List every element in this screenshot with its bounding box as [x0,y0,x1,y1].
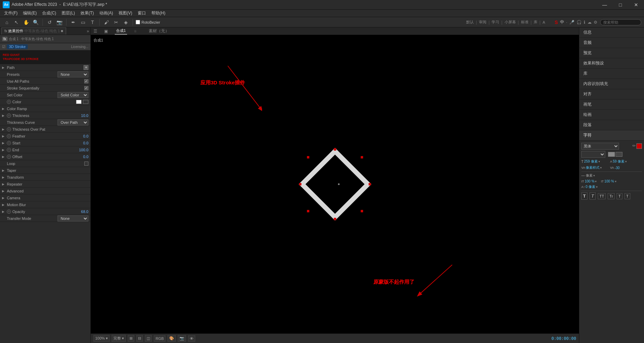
handle-top[interactable] [334,148,336,151]
thickness-arrow[interactable]: ▶ [2,114,5,117]
motionblur-arrow[interactable]: ▶ [2,203,5,206]
handle-right[interactable] [369,183,371,186]
menu-edit[interactable]: 编辑(E) [20,10,39,17]
brush-tool[interactable]: 🖌 [102,18,111,26]
opacity-stopwatch[interactable]: ⊙ [7,210,11,214]
loop-checkbox[interactable] [84,162,88,166]
repeater-arrow[interactable]: ▶ [2,182,5,186]
offset-stopwatch[interactable]: ⊙ [7,155,11,159]
rotation-tool[interactable]: ↺ [46,18,54,26]
channel-btn[interactable]: RGB [154,335,165,342]
snapshot-btn[interactable]: 📷 [178,335,186,342]
setcolor-select[interactable]: Solid Color [58,92,88,98]
zoom-tool[interactable]: 🔍 [32,18,40,26]
camera-tool[interactable]: 📷 [55,18,63,26]
viewer-tab-comp1[interactable]: 合成1 [115,27,127,35]
zoom-select-btn[interactable]: 100% ▾ [94,335,110,342]
right-audio[interactable]: 音频 [579,38,644,48]
menu-animation[interactable]: 动画(A) [97,10,116,17]
feather-arrow[interactable]: ▶ [2,134,5,138]
param-transform[interactable]: ▶ Transform [0,174,90,181]
path-icon1[interactable]: ⊕ [84,65,88,70]
bold-btn[interactable]: T [581,192,587,200]
right-library[interactable]: 库 [579,69,644,79]
color-swatch-white[interactable] [76,100,82,104]
thicknessoverpat-stopwatch[interactable]: ⊙ [7,127,11,131]
allcaps-btn[interactable]: TT [598,193,606,199]
useallpaths-checkbox[interactable]: ✓ [84,79,88,83]
transfermode-select[interactable]: None [58,215,88,222]
offset-arrow[interactable]: ▶ [2,155,5,158]
handle-bottomleft[interactable] [307,210,309,212]
minimize-button[interactable]: — [597,0,612,10]
right-preview[interactable]: 预览 [579,48,644,58]
menu-file[interactable]: 文件(F) [1,10,20,17]
canvas-object[interactable] [297,146,373,222]
handle-left[interactable] [299,183,301,186]
param-thicknessoverpat[interactable]: ▶ ⊙ Thickness Over Pat [0,126,90,133]
right-brush[interactable]: 画笔 [579,99,644,110]
right-paragraph[interactable]: 段落 [579,120,644,130]
effect-name-badge[interactable]: 3D Stroke [7,44,28,49]
select-tool[interactable]: ↖ [12,18,21,26]
text-tool[interactable]: T [88,18,97,26]
grid-btn[interactable]: ⊟ [136,335,143,342]
colorramp-arrow[interactable]: ▶ [2,107,5,110]
handle-bottom[interactable] [334,218,336,220]
param-camera[interactable]: ▶ Camera [0,194,90,201]
transform-arrow[interactable]: ▶ [2,176,5,179]
param-colorramp[interactable]: ▶ Color Ramp [0,105,90,112]
maximize-button[interactable]: □ [612,0,628,10]
start-arrow[interactable]: ▶ [2,141,5,145]
pen-tool[interactable]: ✒ [69,18,77,26]
right-character[interactable]: 字符 [579,130,644,141]
home-btn[interactable]: ⌂ [3,18,11,26]
italic-btn[interactable]: T [590,192,596,200]
feather-value[interactable]: 0.0 [83,134,88,138]
thicknesscurve-select[interactable]: Over Path [58,119,88,126]
opacity-value[interactable]: 68.0 [81,210,88,214]
superscript-btn[interactable]: T [617,193,622,199]
safe-btn[interactable]: ◫ [145,335,152,342]
color-mgmt-btn[interactable]: 🎨 [168,335,176,342]
shape-tool[interactable]: ▭ [79,18,87,26]
thickness-value[interactable]: 10.0 [81,114,88,118]
presets-select[interactable]: None [58,71,88,78]
handle-bottomright[interactable] [361,210,363,212]
char-color-swatch3[interactable] [616,152,622,157]
param-motionblur[interactable]: ▶ Motion Blur [0,201,90,208]
color-stopwatch[interactable]: ⊙ [7,100,11,104]
thicknessoverpat-arrow[interactable]: ▶ [2,128,5,131]
end-value[interactable]: 100.0 [79,148,88,152]
panel-menu-btn[interactable]: » [87,29,89,34]
param-advanced[interactable]: ▶ Advanced [0,188,90,194]
licensing-btn[interactable]: Licensing... [71,45,88,49]
param-taper[interactable]: ▶ Taper [0,167,90,174]
thickness-stopwatch[interactable]: ⊙ [7,114,11,118]
menu-view[interactable]: 视图(V) [116,10,135,17]
params-panel[interactable]: ▶ Path ⊕ Presets None Use All Paths ✓ [0,64,90,343]
feather-stopwatch[interactable]: ⊙ [7,134,11,138]
strokeseq-checkbox[interactable]: ✓ [84,86,88,90]
menu-window[interactable]: 窗口 [135,10,149,17]
right-content-aware[interactable]: 内容识别填充 [579,79,644,89]
right-info[interactable]: 信息 [579,27,644,38]
smallcaps-btn[interactable]: Tr [608,193,615,199]
menu-composition[interactable]: 合成(C) [39,10,59,17]
offset-value[interactable]: 0.0 [83,155,88,159]
start-stopwatch[interactable]: ⊙ [7,141,11,145]
subscript-btn[interactable]: T [624,193,630,199]
param-repeater[interactable]: ▶ Repeater [0,181,90,188]
camera-arrow[interactable]: ▶ [2,196,5,200]
color-swatch-alt[interactable] [83,100,88,104]
taper-arrow[interactable]: ▶ [2,169,5,172]
puppet-tool[interactable]: ◈ [122,18,130,26]
right-align[interactable]: 对齐 [579,89,644,99]
end-stopwatch[interactable]: ⊙ [7,148,11,152]
fit-btn[interactable]: ⊞ [128,335,134,342]
handle-topleft[interactable] [307,156,309,158]
char-color-swatch[interactable] [636,143,642,149]
show-btn[interactable]: 👁 [188,335,195,342]
font-style-select[interactable] [581,151,605,158]
close-button[interactable]: ✕ [628,0,644,10]
